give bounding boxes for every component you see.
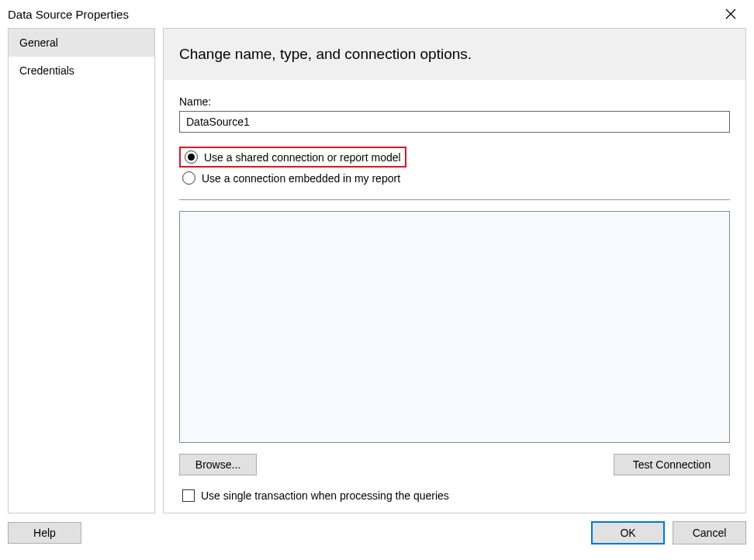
single-transaction-checkbox[interactable]: Use single transaction when processing t…: [179, 488, 730, 503]
footer-left: Help: [8, 522, 81, 544]
radio-embedded-connection[interactable]: Use a connection embedded in my report: [179, 169, 730, 187]
radio-icon: [185, 150, 198, 164]
main-container: General Credentials Change name, type, a…: [0, 28, 754, 513]
close-button[interactable]: [715, 2, 746, 26]
content-header: Change name, type, and connection option…: [164, 29, 745, 80]
sidebar: General Credentials: [8, 28, 155, 513]
ok-button[interactable]: OK: [591, 521, 665, 544]
browse-button[interactable]: Browse...: [179, 454, 257, 475]
test-connection-button[interactable]: Test Connection: [614, 454, 730, 475]
name-label: Name:: [179, 95, 730, 108]
connection-list-box[interactable]: [179, 211, 730, 443]
name-input[interactable]: [179, 111, 730, 133]
radio-label: Use a shared connection or report model: [204, 151, 401, 164]
content-panel: Change name, type, and connection option…: [163, 28, 746, 513]
radio-label: Use a connection embedded in my report: [202, 172, 400, 185]
content-body: Name: Use a shared connection or report …: [164, 80, 745, 513]
header-text: Change name, type, and connection option…: [179, 46, 472, 62]
window-title: Data Source Properties: [8, 8, 129, 21]
title-bar: Data Source Properties: [0, 0, 754, 28]
close-icon: [725, 9, 736, 19]
sidebar-item-credentials[interactable]: Credentials: [9, 57, 154, 85]
checkbox-icon: [182, 489, 195, 502]
connection-type-radio-group: Use a shared connection or report model …: [179, 147, 730, 188]
radio-icon: [182, 171, 195, 185]
sidebar-item-label: Credentials: [19, 64, 74, 77]
footer-right: OK Cancel: [591, 521, 746, 544]
sidebar-item-general[interactable]: General: [9, 29, 154, 57]
divider: [179, 199, 730, 200]
radio-shared-connection[interactable]: Use a shared connection or report model: [179, 147, 406, 168]
connection-buttons-row: Browse... Test Connection: [179, 454, 730, 475]
checkbox-label: Use single transaction when processing t…: [201, 489, 449, 502]
cancel-button[interactable]: Cancel: [673, 521, 746, 544]
footer-bar: Help OK Cancel: [0, 513, 754, 552]
help-button[interactable]: Help: [8, 522, 81, 544]
sidebar-item-label: General: [19, 36, 58, 49]
